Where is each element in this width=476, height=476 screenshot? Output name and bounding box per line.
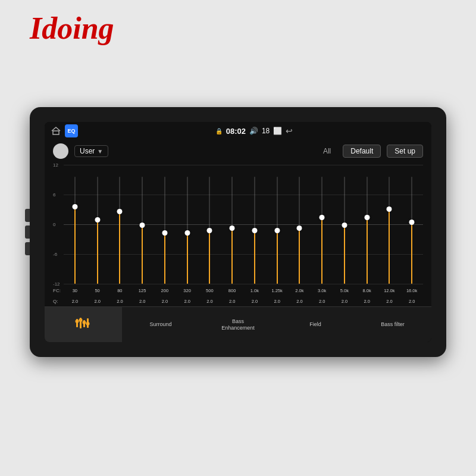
slider-col-5[interactable] xyxy=(176,165,199,284)
tab-eq[interactable] xyxy=(45,307,122,342)
fc-value-4: 200 xyxy=(154,288,176,293)
side-btn-2 xyxy=(25,226,30,239)
tab-field[interactable]: Field xyxy=(277,307,354,342)
svg-point-8 xyxy=(86,322,90,325)
slider-fill-5 xyxy=(187,233,188,284)
slider-thumb-10 xyxy=(297,226,302,231)
slider-col-11[interactable] xyxy=(311,165,333,284)
slider-thumb-1 xyxy=(95,217,100,223)
slider-col-1[interactable] xyxy=(86,165,109,284)
q-value-9: 2.0 xyxy=(266,299,289,304)
sliders-container xyxy=(64,165,423,284)
slider-col-7[interactable] xyxy=(221,165,243,284)
slider-col-8[interactable] xyxy=(243,165,266,284)
dropdown-arrow-icon: ▼ xyxy=(97,148,103,155)
tab-label-surround: Surround xyxy=(149,321,171,328)
q-value-6: 2.0 xyxy=(199,299,221,304)
status-bar-left: EQ xyxy=(51,124,78,137)
slider-col-12[interactable] xyxy=(333,165,356,284)
slider-track-8 xyxy=(254,177,255,284)
page-wrapper: Idoing EQ xyxy=(0,0,476,476)
slider-col-10[interactable] xyxy=(289,165,311,284)
slider-col-3[interactable] xyxy=(131,165,154,284)
eq-grid-area: 12 6 0 -6 -12 xyxy=(45,162,431,306)
default-button[interactable]: Default xyxy=(343,145,381,158)
slider-track-13 xyxy=(367,177,368,284)
slider-thumb-11 xyxy=(320,215,325,220)
tab-label-field: Field xyxy=(309,321,321,328)
slider-col-15[interactable] xyxy=(400,165,423,284)
tab-label-bass-filter: Bass filter xyxy=(381,321,405,328)
slider-track-0 xyxy=(74,177,76,284)
eq-top-bar: User ▼ All Default Set up xyxy=(45,140,431,162)
sliders-area xyxy=(64,165,423,284)
slider-fill-4 xyxy=(164,233,165,284)
all-button[interactable]: All xyxy=(317,145,337,157)
slider-col-14[interactable] xyxy=(378,165,401,284)
slider-track-3 xyxy=(142,177,143,284)
setup-button[interactable]: Set up xyxy=(387,145,423,158)
q-value-2: 2.0 xyxy=(109,299,131,304)
grid-labels: 12 6 0 -6 -12 xyxy=(53,165,64,284)
slider-fill-3 xyxy=(142,225,143,284)
slider-fill-11 xyxy=(321,217,322,284)
slider-thumb-4 xyxy=(162,230,167,236)
slider-fill-6 xyxy=(209,230,210,284)
slider-fill-14 xyxy=(389,209,390,284)
slider-track-5 xyxy=(187,177,188,284)
slider-fill-9 xyxy=(277,230,278,284)
side-btn-3 xyxy=(25,242,30,255)
status-bar: EQ 🔒 08:02 🔊 18 ⬜ ↩ xyxy=(45,122,431,140)
slider-col-4[interactable] xyxy=(154,165,176,284)
volume-icon: 🔊 xyxy=(249,127,258,135)
slider-col-6[interactable] xyxy=(199,165,221,284)
slider-track-9 xyxy=(277,177,278,284)
q-value-15: 2.0 xyxy=(400,299,423,304)
device-outer: EQ 🔒 08:02 🔊 18 ⬜ ↩ User xyxy=(30,107,446,357)
slider-track-4 xyxy=(164,177,165,284)
slider-col-2[interactable] xyxy=(109,165,131,284)
grid-line-bot xyxy=(64,284,423,284)
slider-track-2 xyxy=(119,177,120,284)
slider-track-7 xyxy=(231,177,233,284)
slider-thumb-2 xyxy=(117,209,123,214)
slider-fill-7 xyxy=(231,228,233,284)
slider-track-14 xyxy=(389,177,390,284)
screen: EQ 🔒 08:02 🔊 18 ⬜ ↩ User xyxy=(45,122,431,342)
slider-thumb-9 xyxy=(274,228,280,233)
q-value-3: 2.0 xyxy=(131,299,154,304)
slider-track-15 xyxy=(411,177,412,284)
q-values-row: 2.02.02.02.02.02.02.02.02.02.02.02.02.02… xyxy=(64,299,423,304)
side-btn-1 xyxy=(25,209,30,222)
fc-value-8: 1.0k xyxy=(243,288,266,293)
tab-surround[interactable]: Surround xyxy=(122,307,199,342)
slider-thumb-12 xyxy=(342,223,347,228)
fc-value-14: 12.0k xyxy=(378,288,401,293)
status-bar-center: 🔒 08:02 🔊 18 ⬜ ↩ xyxy=(83,126,425,136)
fc-value-2: 80 xyxy=(109,288,131,293)
svg-point-4 xyxy=(79,318,83,322)
tab-bass-enhancement[interactable]: BassEnhancement xyxy=(199,307,277,342)
q-value-1: 2.0 xyxy=(86,299,109,304)
slider-fill-0 xyxy=(74,206,76,284)
tab-bass-filter[interactable]: Bass filter xyxy=(354,307,431,342)
eq-tab-icon xyxy=(75,317,92,333)
svg-point-2 xyxy=(76,320,79,323)
slider-col-9[interactable] xyxy=(266,165,289,284)
slider-fill-8 xyxy=(254,230,255,284)
slider-col-0[interactable] xyxy=(64,165,86,284)
slider-track-6 xyxy=(209,177,210,284)
slider-track-1 xyxy=(97,177,98,284)
fc-label: FC: xyxy=(53,288,64,293)
user-dropdown[interactable]: User ▼ xyxy=(74,145,108,157)
window-icon: ⬜ xyxy=(273,127,282,135)
slider-fill-1 xyxy=(97,220,98,284)
back-icon: ↩ xyxy=(286,126,293,136)
svg-point-6 xyxy=(83,321,86,324)
slider-thumb-6 xyxy=(207,228,212,233)
slider-thumb-3 xyxy=(140,223,145,228)
q-row: Q: 2.02.02.02.02.02.02.02.02.02.02.02.02… xyxy=(53,296,423,306)
fc-value-11: 3.0k xyxy=(311,288,333,293)
slider-col-13[interactable] xyxy=(356,165,378,284)
q-value-11: 2.0 xyxy=(311,299,333,304)
